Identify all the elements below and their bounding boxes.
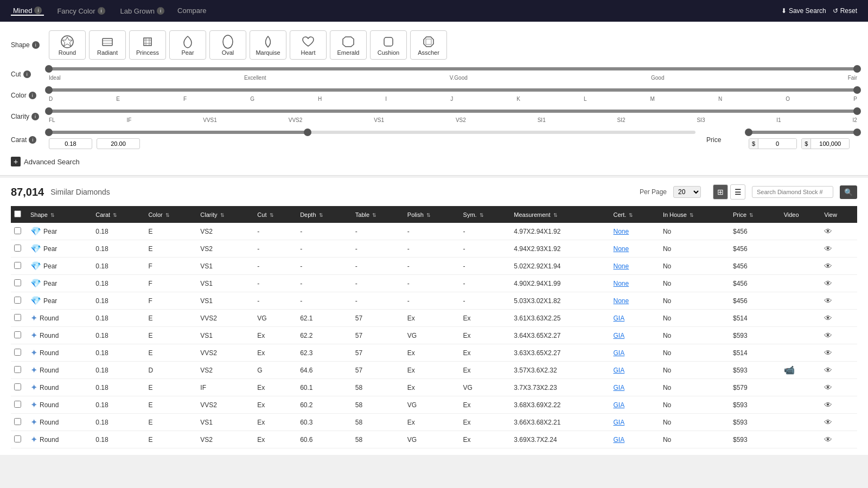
row-video[interactable]: 📹 <box>781 362 821 379</box>
row-view[interactable]: 👁 <box>821 275 857 292</box>
row-cert[interactable]: GIA <box>610 414 660 431</box>
row-view[interactable]: 👁 <box>821 431 857 448</box>
row-cert[interactable]: GIA <box>610 396 660 414</box>
col-header-in-house[interactable]: In House ⇅ <box>660 206 730 223</box>
view-eye-icon[interactable]: 👁 <box>824 227 832 236</box>
list-view-button[interactable]: ☰ <box>730 184 745 200</box>
nav-tab-compare[interactable]: Compare <box>177 7 206 16</box>
cut-info-icon[interactable]: i <box>23 70 31 78</box>
carat-slider-thumb-right[interactable] <box>304 129 311 136</box>
cert-link[interactable]: GIA <box>614 436 625 444</box>
col-header-cut[interactable]: Cut ⇅ <box>254 206 297 223</box>
row-view[interactable]: 👁 <box>821 327 857 344</box>
fancy-color-info-icon[interactable]: i <box>98 7 105 15</box>
cert-link[interactable]: None <box>614 228 629 235</box>
col-header-color[interactable]: Color ⇅ <box>145 206 197 223</box>
shape-btn-marquise[interactable]: Marquise <box>250 30 286 60</box>
view-eye-icon[interactable]: 👁 <box>824 418 832 427</box>
cert-link[interactable]: None <box>614 262 629 270</box>
view-eye-icon[interactable]: 👁 <box>824 244 832 253</box>
shape-btn-radiant[interactable]: Radiant <box>89 30 126 60</box>
row-cert[interactable]: None <box>610 258 660 275</box>
row-cert[interactable]: None <box>610 275 660 292</box>
view-eye-icon[interactable]: 👁 <box>824 435 832 444</box>
shape-btn-cushion[interactable]: Cushion <box>370 30 407 60</box>
row-checkbox[interactable] <box>14 314 21 321</box>
carat-max-input[interactable] <box>97 138 140 149</box>
shape-btn-emerald[interactable]: Emerald <box>330 30 367 60</box>
cert-link[interactable]: GIA <box>614 314 625 322</box>
view-eye-icon[interactable]: 👁 <box>824 261 832 271</box>
cert-link[interactable]: GIA <box>614 419 625 426</box>
row-view[interactable]: 👁 <box>821 362 857 379</box>
col-header-clarity[interactable]: Clarity ⇅ <box>197 206 254 223</box>
row-view[interactable]: 👁 <box>821 258 857 275</box>
col-header-shape[interactable]: Shape ⇅ <box>27 206 92 223</box>
row-view[interactable]: 👁 <box>821 344 857 362</box>
save-search-button[interactable]: ⬇ Save Search <box>781 7 826 15</box>
cut-slider-thumb-left[interactable] <box>45 65 53 73</box>
row-view[interactable]: 👁 <box>821 414 857 431</box>
view-eye-icon[interactable]: 👁 <box>824 331 832 340</box>
grid-view-button[interactable]: ⊞ <box>713 184 728 200</box>
lab-grown-info-icon[interactable]: i <box>157 7 164 15</box>
row-view[interactable]: 👁 <box>821 292 857 310</box>
col-header-price[interactable]: Price ⇅ <box>730 206 781 223</box>
view-eye-icon[interactable]: 👁 <box>824 313 832 323</box>
price-min-input[interactable] <box>758 139 796 149</box>
cut-slider[interactable]: Ideal Excellent V.Good Good Fair <box>49 67 857 81</box>
per-page-select[interactable]: 20 50 100 <box>673 186 701 198</box>
row-cert[interactable]: GIA <box>610 310 660 327</box>
row-checkbox[interactable] <box>14 435 21 442</box>
view-eye-icon[interactable]: 👁 <box>824 365 832 375</box>
row-cert[interactable]: None <box>610 223 660 240</box>
color-info-icon[interactable]: i <box>29 92 36 99</box>
row-cert[interactable]: GIA <box>610 327 660 344</box>
shape-info-icon[interactable]: i <box>32 41 40 49</box>
nav-tab-mined[interactable]: Mined i <box>11 7 44 16</box>
row-cert[interactable]: GIA <box>610 362 660 379</box>
view-eye-icon[interactable]: 👁 <box>824 383 832 392</box>
row-checkbox[interactable] <box>14 279 21 286</box>
col-header-cert[interactable]: Cert. ⇅ <box>610 206 660 223</box>
row-cert[interactable]: None <box>610 292 660 310</box>
row-cert[interactable]: GIA <box>610 344 660 362</box>
video-icon[interactable]: 📹 <box>784 365 795 375</box>
row-checkbox[interactable] <box>14 418 21 425</box>
mined-info-icon[interactable]: i <box>34 7 42 14</box>
view-eye-icon[interactable]: 👁 <box>824 296 832 305</box>
row-checkbox[interactable] <box>14 331 21 338</box>
shape-btn-princess[interactable]: Princess <box>129 30 166 60</box>
cert-link[interactable]: GIA <box>614 401 625 409</box>
select-all-checkbox-header[interactable] <box>11 206 27 223</box>
cert-link[interactable]: GIA <box>614 332 625 339</box>
row-cert[interactable]: None <box>610 240 660 258</box>
advanced-search-toggle[interactable]: + Advanced Search <box>11 157 857 166</box>
shape-btn-asscher[interactable]: Asscher <box>410 30 447 60</box>
color-slider-thumb-left[interactable] <box>45 86 53 94</box>
price-slider-thumb-right[interactable] <box>853 129 861 136</box>
shape-btn-oval[interactable]: Oval <box>209 30 246 60</box>
clarity-info-icon[interactable]: i <box>31 113 39 120</box>
clarity-slider-thumb-right[interactable] <box>853 107 861 115</box>
row-checkbox[interactable] <box>14 366 21 373</box>
col-header-carat[interactable]: Carat ⇅ <box>92 206 145 223</box>
row-checkbox[interactable] <box>14 401 21 408</box>
row-cert[interactable]: GIA <box>610 379 660 396</box>
col-header-measurement[interactable]: Measurement ⇅ <box>510 206 610 223</box>
col-header-polish[interactable]: Polish ⇅ <box>404 206 460 223</box>
row-view[interactable]: 👁 <box>821 396 857 414</box>
cert-link[interactable]: GIA <box>614 384 625 391</box>
cert-link[interactable]: GIA <box>614 367 625 374</box>
color-slider[interactable]: D E F G H I J K L M N O P <box>49 88 857 102</box>
nav-tab-lab-grown[interactable]: Lab Grown i <box>118 7 167 16</box>
clarity-slider-thumb-left[interactable] <box>45 107 53 115</box>
carat-info-icon[interactable]: i <box>29 136 36 144</box>
col-header-table[interactable]: Table ⇅ <box>352 206 404 223</box>
cert-link[interactable]: GIA <box>614 349 625 357</box>
col-header-depth[interactable]: Depth ⇅ <box>297 206 352 223</box>
col-header-sym[interactable]: Sym. ⇅ <box>460 206 511 223</box>
clarity-slider[interactable]: FL IF VVS1 VVS2 VS1 VS2 SI1 SI2 SI3 I1 I… <box>49 110 857 123</box>
price-max-input[interactable] <box>811 139 849 149</box>
row-checkbox[interactable] <box>14 227 21 234</box>
